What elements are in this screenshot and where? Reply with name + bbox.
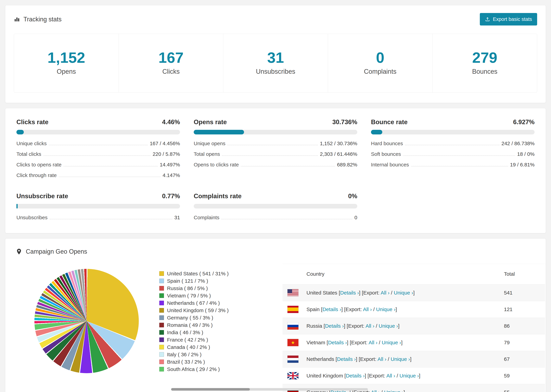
tracking-stats-card: Tracking stats Export basic stats 1,152 … bbox=[5, 5, 546, 103]
rate-section: Unsubscribe rate 0.77% Unsubscribes 31 bbox=[16, 193, 180, 223]
dotted-leader bbox=[221, 219, 352, 219]
details-link[interactable]: Details › bbox=[340, 290, 359, 295]
export-unique-link[interactable]: Unique › bbox=[384, 389, 403, 392]
scrollbar-thumb[interactable] bbox=[171, 388, 250, 391]
export-all-link[interactable]: All › bbox=[381, 290, 390, 295]
stat-label: Opens bbox=[16, 68, 117, 75]
legend-item: United Kingdom ( 59 / 3% ) bbox=[159, 307, 265, 314]
legend-item: France ( 42 / 2% ) bbox=[159, 336, 265, 343]
export-all-link[interactable]: All › bbox=[371, 389, 380, 392]
stat-value: 31 bbox=[225, 50, 326, 65]
rate-row: Opens to clicks rate 689.82% bbox=[194, 159, 357, 170]
legend-item: Russia ( 86 / 5% ) bbox=[159, 285, 265, 292]
stat-box: 279 Bounces bbox=[432, 34, 537, 92]
rate-value: 6.927% bbox=[513, 119, 535, 126]
tracking-stats-header: Tracking stats Export basic stats bbox=[14, 13, 537, 26]
details-link[interactable]: Details › bbox=[346, 373, 365, 378]
details-link[interactable]: Details › bbox=[337, 356, 356, 362]
rate-row-value: 18 / 0% bbox=[517, 151, 535, 157]
rate-value: 0% bbox=[348, 193, 357, 200]
rate-section: Bounce rate 6.927% Hard bounces 242 / 86… bbox=[371, 119, 535, 170]
legend-label: France ( 42 / 2% ) bbox=[167, 337, 208, 343]
rate-rows: Complaints 0 bbox=[194, 212, 357, 223]
legend-swatch bbox=[159, 359, 164, 364]
export-unique-link[interactable]: Unique › bbox=[391, 356, 410, 362]
export-unique-link[interactable]: Unique › bbox=[394, 290, 413, 295]
rate-title: Clicks rate bbox=[16, 119, 49, 126]
rate-value: 30.736% bbox=[332, 119, 357, 126]
export-all-link[interactable]: All › bbox=[369, 340, 377, 345]
dotted-leader bbox=[50, 219, 172, 219]
export-all-link[interactable]: All › bbox=[366, 323, 374, 329]
legend-label: Italy ( 36 / 2% ) bbox=[167, 352, 202, 357]
horizontal-scrollbar[interactable] bbox=[171, 388, 368, 391]
details-link[interactable]: Details › bbox=[322, 307, 341, 312]
es-flag-icon bbox=[287, 306, 299, 313]
export-all-link[interactable]: All › bbox=[377, 356, 386, 362]
legend-swatch bbox=[159, 337, 164, 342]
rate-title: Opens rate bbox=[194, 119, 227, 126]
legend-label: Germany ( 55 / 3% ) bbox=[167, 315, 213, 321]
export-unique-link[interactable]: Unique › bbox=[382, 340, 401, 345]
rate-row-value: 4.147% bbox=[162, 172, 180, 178]
rate-row: Hard bounces 242 / 86.738% bbox=[371, 138, 535, 149]
rate-row-label: Unsubscribes bbox=[16, 215, 48, 220]
rate-row-label: Click through rate bbox=[16, 172, 57, 178]
export-unique-link[interactable]: Unique › bbox=[379, 323, 398, 329]
geo-opens-title: Campaign Geo Opens bbox=[15, 248, 545, 255]
legend-label: South Africa ( 29 / 2% ) bbox=[167, 366, 220, 372]
export-basic-stats-button[interactable]: Export basic stats bbox=[480, 13, 537, 26]
legend-swatch bbox=[159, 345, 164, 350]
rate-row: Total clicks 220 / 5.87% bbox=[16, 149, 180, 159]
dotted-leader bbox=[411, 166, 508, 166]
legend-swatch bbox=[159, 367, 164, 371]
rate-row-label: Total opens bbox=[194, 151, 220, 157]
rate-rows: Unique clicks 167 / 4.456% Total clicks … bbox=[16, 138, 180, 181]
stat-box: 167 Clicks bbox=[119, 34, 223, 92]
details-link[interactable]: Details › bbox=[328, 340, 347, 345]
rate-progress-fill bbox=[16, 204, 18, 209]
rate-rows: Hard bounces 242 / 86.738% Soft bounces … bbox=[371, 138, 535, 170]
stat-label: Unsubscribes bbox=[225, 68, 326, 75]
legend-label: Romania ( 49 / 3% ) bbox=[167, 322, 213, 328]
country-cell: Spain [Details ›] [Export: All › / Uniqu… bbox=[303, 301, 501, 318]
rate-row-value: 14.497% bbox=[160, 162, 180, 168]
dotted-leader bbox=[241, 166, 335, 166]
rate-row-value: 242 / 86.738% bbox=[502, 140, 535, 147]
rate-row-label: Total clicks bbox=[16, 151, 41, 157]
rate-row-value: 31 bbox=[174, 215, 180, 220]
rate-value: 4.46% bbox=[162, 119, 180, 126]
dotted-leader bbox=[59, 177, 161, 177]
export-icon bbox=[485, 17, 490, 22]
rate-row: Click through rate 4.147% bbox=[16, 170, 180, 181]
export-unique-link[interactable]: Unique › bbox=[376, 307, 396, 312]
stat-label: Bounces bbox=[434, 68, 535, 75]
geo-legend: United States ( 541 / 31% ) Spain ( 121 … bbox=[159, 264, 265, 373]
nl-flag-icon bbox=[287, 355, 299, 363]
geo-table-row: Vietnam [Details ›] [Export: All › / Uni… bbox=[283, 334, 545, 351]
legend-swatch bbox=[159, 315, 164, 320]
legend-label: Netherlands ( 67 / 4% ) bbox=[167, 300, 220, 306]
country-cell: Russia [Details ›] [Export: All › / Uniq… bbox=[303, 318, 501, 334]
legend-item: Italy ( 36 / 2% ) bbox=[159, 351, 265, 358]
rate-progress-fill bbox=[371, 130, 382, 134]
dotted-leader bbox=[49, 145, 148, 145]
stat-box: 1,152 Opens bbox=[14, 34, 119, 92]
export-all-link[interactable]: All › bbox=[386, 373, 395, 378]
export-unique-link[interactable]: Unique › bbox=[400, 373, 419, 378]
rate-row: Complaints 0 bbox=[194, 212, 357, 223]
rate-row-label: Clicks to opens rate bbox=[16, 162, 61, 168]
rate-row-value: 19 / 6.81% bbox=[510, 162, 535, 168]
rate-section: Opens rate 30.736% Unique opens 1,152 / … bbox=[194, 119, 357, 170]
stat-value: 167 bbox=[120, 50, 221, 65]
total-cell: 55 bbox=[501, 384, 545, 392]
export-all-link[interactable]: All › bbox=[363, 307, 372, 312]
rate-progress-fill bbox=[16, 130, 24, 134]
details-link[interactable]: Details › bbox=[325, 323, 344, 329]
flag-column-header bbox=[283, 264, 303, 285]
geo-pie-chart bbox=[34, 269, 139, 373]
geo-table-row: United Kingdom [Details ›] [Export: All … bbox=[283, 368, 545, 384]
rate-row: Internal bounces 19 / 6.81% bbox=[371, 159, 535, 170]
export-button-label: Export basic stats bbox=[493, 16, 532, 22]
rate-row: Soft bounces 18 / 0% bbox=[371, 149, 535, 159]
